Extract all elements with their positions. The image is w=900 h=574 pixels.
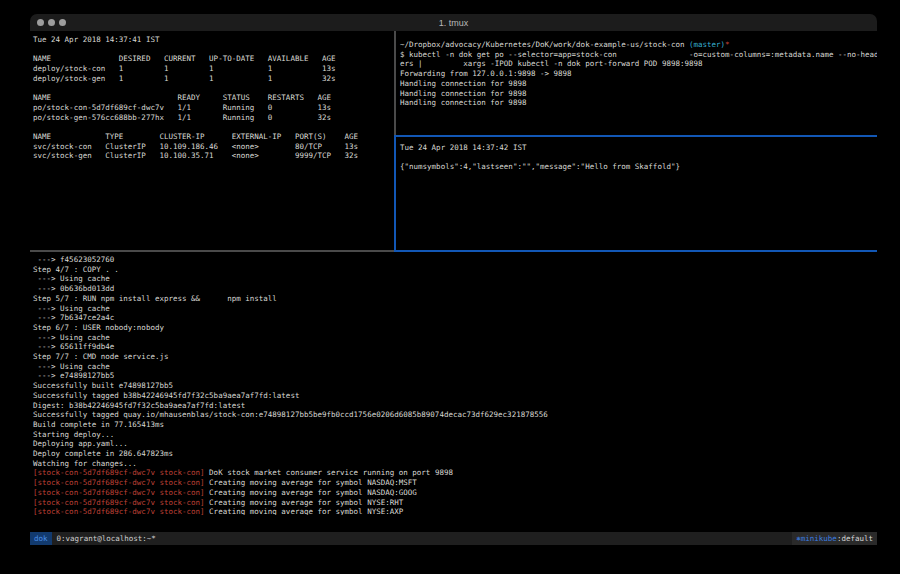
terminal-line: Build complete in 77.165413ms [33,420,877,430]
terminal-line [33,84,394,94]
terminal-line: Handling connection for 9898 [400,98,877,108]
terminal-line [33,122,394,132]
terminal-line: Step 5/7 : RUN npm install express && np… [33,294,877,304]
terminal-line: Tue 24 Apr 2018 14:37:42 IST [400,143,877,153]
pane-build-log[interactable]: ---> f45623052760Step 4/7 : COPY . . ---… [30,252,877,515]
terminal-line: [stock-con-5d7df689cf-dwc7v stock-con] D… [33,468,877,478]
terminal-line: Successfully built e74898127bb5 [33,381,877,391]
window-title: 1. tmux [30,18,877,28]
terminal-line: [stock-con-5d7df689cf-dwc7v stock-con] C… [33,478,877,488]
terminal-line: ---> 0b636bd013dd [33,284,877,294]
terminal-line: deploy/stock-con 1 1 1 1 13s [33,64,394,74]
terminal-line: Step 7/7 : CMD node service.js [33,352,877,362]
terminal-line: [stock-con-5d7df689cf-dwc7v stock-con] C… [33,488,877,498]
terminal-line: Step 6/7 : USER nobody:nobody [33,323,877,333]
tmux-status-right: ⎈minikube:default [792,532,877,545]
terminal-line: Step 4/7 : COPY . . [33,265,877,275]
terminal-line: Deploy complete in 286.647823ms [33,449,877,459]
terminal-line: Forwarding from 127.0.0.1:9898 -> 9898 [400,69,877,79]
terminal-line: [stock-con-5d7df689cf-dwc7v stock-con] C… [33,507,877,515]
window-controls [37,19,66,26]
pane-divider-horizontal-active-bottom[interactable] [394,250,877,252]
terminal-line: Starting deploy... [33,430,877,440]
terminal-line [33,45,394,55]
terminal-line: svc/stock-gen ClusterIP 10.100.35.71 <no… [33,151,394,161]
terminal-line: Digest: b38b42246945fd7f32c5ba9aea7af7fd… [33,401,877,411]
tmux-status-bar: dok 0:vagrant@localhost:~* ⎈minikube:def… [30,532,877,545]
pane-port-forward[interactable]: ~/Dropbox/advocacy/Kubernetes/DoK/work/d… [396,31,877,135]
terminal-line: ---> 65611ff9db4e [33,342,877,352]
pane-divider-horizontal-inactive[interactable] [30,250,394,252]
terminal-line: ---> Using cache [33,362,877,372]
terminal-line: po/stock-gen-576cc688bb-277hx 1/1 Runnin… [33,113,394,123]
close-button[interactable] [37,19,44,26]
terminal-line: ---> Using cache [33,333,877,343]
terminal-line: {"numsymbols":4,"lastseen":"","message":… [400,162,877,172]
minimize-button[interactable] [48,19,55,26]
kube-namespace: :default [837,534,873,543]
terminal-line: ---> Using cache [33,304,877,314]
terminal-line: NAME TYPE CLUSTER-IP EXTERNAL-IP PORT(S)… [33,132,394,142]
kube-context: minikube [801,534,837,543]
terminal-window: 1. tmux Tue 24 Apr 2018 14:37:41 ISTNAME… [30,14,877,546]
terminal-line: [stock-con-5d7df689cf-dwc7v stock-con] C… [33,498,877,508]
terminal-line [400,153,877,163]
terminal-line: Successfully tagged b38b42246945fd7f32c5… [33,391,877,401]
tmux-content: Tue 24 Apr 2018 14:37:41 ISTNAME DESIRED… [30,31,877,515]
terminal-line: NAME READY STATUS RESTARTS AGE [33,93,394,103]
terminal-line: Tue 24 Apr 2018 14:37:41 IST [33,35,394,45]
terminal-line: Successfully tagged quay.io/mhausenblas/… [33,410,877,420]
terminal-line: $ kubectl -n dok get po --selector=app=s… [400,50,877,60]
terminal-line: Handling connection for 9898 [400,89,877,99]
terminal-line: NAME DESIRED CURRENT UP-TO-DATE AVAILABL… [33,54,394,64]
terminal-line: Deploying app.yaml... [33,439,877,449]
pane-divider-vertical-inactive[interactable] [394,31,396,135]
tmux-window-label[interactable]: 0:vagrant@localhost:~* [52,532,156,545]
terminal-line: ---> 7b6347ce2a4c [33,313,877,323]
terminal-line: Handling connection for 9898 [400,79,877,89]
terminal-line: Watching for changes... [33,459,877,469]
window-titlebar[interactable]: 1. tmux [30,14,877,31]
tmux-session-name[interactable]: dok [30,532,52,545]
terminal-line: ---> Using cache [33,274,877,284]
terminal-line: svc/stock-con ClusterIP 10.109.186.46 <n… [33,142,394,152]
terminal-line: deploy/stock-gen 1 1 1 1 32s [33,74,394,84]
terminal-line: ---> e74898127bb5 [33,371,877,381]
pane-divider-horizontal-active[interactable] [394,135,877,137]
terminal-line: ---> f45623052760 [33,255,877,265]
terminal-line: ~/Dropbox/advocacy/Kubernetes/DoK/work/d… [400,40,877,50]
terminal-line: po/stock-con-5d7df689cf-dwc7v 1/1 Runnin… [33,103,394,113]
pane-kubectl-resources[interactable]: Tue 24 Apr 2018 14:37:41 ISTNAME DESIRED… [30,31,394,250]
pane-divider-vertical-active[interactable] [394,135,396,252]
zoom-button[interactable] [59,19,66,26]
terminal-line: ers | xargs -IPOD kubectl -n dok port-fo… [400,59,877,69]
pane-skaffold-watch[interactable]: Tue 24 Apr 2018 14:37:42 IST{"numsymbols… [396,137,877,250]
